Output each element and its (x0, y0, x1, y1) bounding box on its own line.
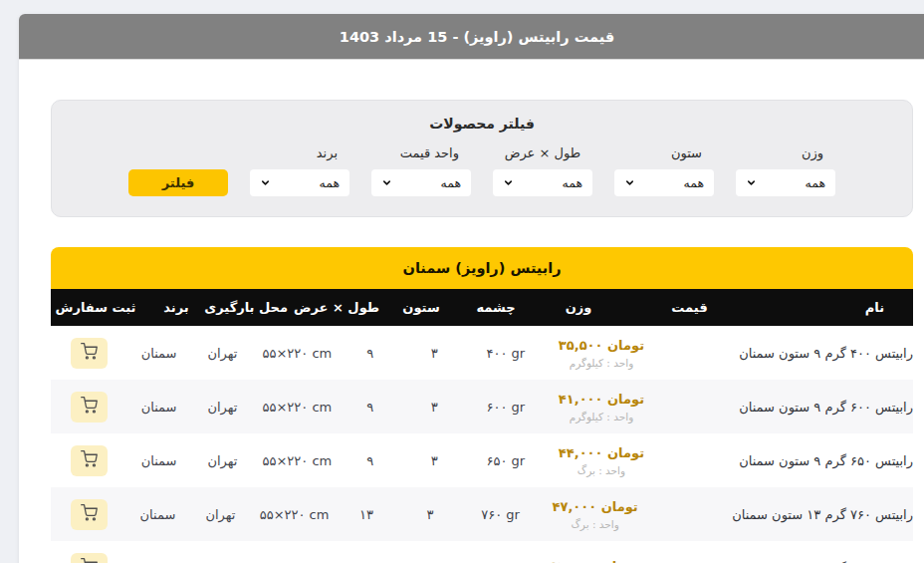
brand-value: سمنان (128, 400, 190, 415)
table-banner: رابیتس (راویز) سمنان (51, 247, 913, 289)
price-cell: ۳۵,۵۰۰ تومان واحد : کیلوگرم (544, 338, 659, 369)
filter-group-dimensions: طول × عرض همه (493, 145, 592, 196)
chevron-down-icon (503, 177, 514, 188)
table-row: رابیتس ۷۷۰ گرم ۱۱ ستون سمنان ۴۹,۰۰۰ توما… (51, 541, 913, 563)
column-header-mesh: چشمه (457, 300, 535, 315)
order-cell (51, 553, 127, 563)
price-value: ۴۷,۰۰۰ تومان (538, 499, 652, 514)
price-table: رابیتس (راویز) سمنان نام قیمت وزن چشمه س… (51, 247, 913, 563)
cart-icon (81, 450, 98, 470)
filter-group-price-unit: واحد قیمت همه (371, 145, 471, 196)
columns-value: ۹ (340, 453, 401, 468)
page-title: قیمت رابیتس (راویز) - 15 مرداد 1403 (340, 29, 614, 45)
dimensions-value: ۵۵×۲۲۰ cm (255, 346, 339, 361)
weight-value: ۶۰۰ gr (468, 400, 544, 415)
add-to-cart-button[interactable] (71, 445, 108, 476)
filter-label: طول × عرض (493, 145, 592, 169)
filter-label: وزن (736, 145, 835, 169)
price-value: ۴۴,۰۰۰ تومان (544, 445, 659, 460)
select-value: همه (562, 175, 582, 190)
loading-place-value: تهران (188, 507, 253, 522)
chevron-down-icon (624, 177, 635, 188)
price-cell: ۴۷,۰۰۰ تومان واحد : برگ (538, 499, 652, 530)
price-unit: واحد : کیلوگرم (544, 411, 659, 422)
price-unit-filter-select[interactable]: همه (371, 169, 471, 196)
filter-panel: فیلتر محصولات وزن همه ستون همه (51, 100, 913, 217)
column-header-name: نام (757, 300, 913, 315)
product-name: رابیتس ۶۰۰ گرم ۹ ستون سمنان (659, 400, 913, 415)
column-header-price: قیمت (622, 300, 757, 315)
table-header-row: نام قیمت وزن چشمه ستون طول × عرض محل بار… (51, 289, 913, 326)
product-name: رابیتس ۶۵۰ گرم ۹ ستون سمنان (659, 453, 913, 468)
order-cell (51, 499, 127, 530)
filter-label: واحد قیمت (371, 145, 471, 169)
column-header-columns: ستون (385, 300, 457, 315)
price-cell: ۴۱,۰۰۰ تومان واحد : کیلوگرم (544, 392, 659, 422)
add-to-cart-button[interactable] (71, 392, 108, 422)
loading-place-value: تهران (190, 346, 256, 361)
mesh-value: ۳ (401, 346, 468, 361)
columns-filter-select[interactable]: همه (614, 169, 714, 196)
column-header-weight: وزن (535, 300, 622, 315)
filter-label: برند (250, 145, 349, 169)
weight-value: ۷۶۰ gr (463, 507, 538, 522)
chevron-down-icon (746, 177, 757, 188)
filter-submit-button[interactable]: فیلتر (128, 169, 228, 196)
table-row: رابیتس ۶۰۰ گرم ۹ ستون سمنان ۴۱,۰۰۰ تومان… (51, 380, 913, 433)
product-name: رابیتس ۴۰۰ گرم ۹ ستون سمنان (659, 346, 913, 361)
price-value: ۴۹,۰۰۰ تومان (538, 559, 652, 563)
order-cell (51, 392, 128, 422)
dimensions-value: ۵۵×۲۲۰ cm (253, 507, 337, 522)
dimensions-value: ۵۵×۲۲۰ cm (255, 453, 339, 468)
main-card: قیمت رابیتس (راویز) - 15 مرداد 1403 فیلت… (19, 14, 924, 563)
price-value: ۳۵,۵۰۰ تومان (544, 338, 659, 353)
table-row: رابیتس ۷۶۰ گرم ۱۳ ستون سمنان ۴۷,۰۰۰ توما… (51, 487, 913, 541)
select-value: همه (319, 175, 340, 190)
column-header-dimensions: طول × عرض (288, 300, 385, 315)
dimensions-filter-select[interactable]: همه (493, 169, 592, 196)
price-value: ۴۱,۰۰۰ تومان (544, 392, 659, 407)
order-cell (51, 338, 128, 369)
select-value: همه (805, 175, 825, 190)
filter-group-weight: وزن همه (736, 145, 835, 196)
price-unit: واحد : برگ (544, 464, 659, 476)
mesh-value: ۳ (401, 453, 468, 468)
columns-value: ۹ (340, 400, 401, 415)
price-cell: ۴۴,۰۰۰ تومان واحد : برگ (544, 445, 659, 476)
brand-value: سمنان (128, 346, 190, 361)
page-titlebar: قیمت رابیتس (راویز) - 15 مرداد 1403 (19, 14, 924, 60)
loading-place-value: تهران (190, 400, 256, 415)
weight-filter-select[interactable]: همه (736, 169, 835, 196)
filter-group-columns: ستون همه (614, 145, 714, 196)
cart-icon (81, 504, 98, 524)
column-header-order: ثبت سفارش (51, 300, 140, 315)
column-header-loading-place: محل بارگیری (212, 300, 288, 315)
price-unit: واحد : برگ (538, 518, 652, 530)
add-to-cart-button[interactable] (71, 499, 108, 530)
product-name: رابیتس ۷۶۰ گرم ۱۳ ستون سمنان (652, 507, 913, 522)
column-header-brand: برند (140, 300, 212, 315)
add-to-cart-button[interactable] (71, 553, 108, 563)
weight-value: ۶۵۰ gr (468, 453, 544, 468)
brand-value: سمنان (128, 453, 190, 468)
loading-place-value: تهران (190, 453, 256, 468)
cart-icon (81, 343, 98, 363)
weight-value: ۴۰۰ gr (468, 346, 544, 361)
filter-label: ستون (614, 145, 714, 169)
select-value: همه (683, 175, 704, 190)
page-content: فیلتر محصولات وزن همه ستون همه (19, 60, 924, 563)
order-cell (51, 445, 128, 476)
dimensions-value: ۵۵×۲۲۰ cm (255, 400, 339, 415)
mesh-value: ۳ (397, 507, 463, 522)
filter-panel-title: فیلتر محصولات (52, 116, 912, 132)
add-to-cart-button[interactable] (71, 338, 108, 369)
columns-value: ۱۳ (336, 507, 396, 522)
table-row: رابیتس ۶۵۰ گرم ۹ ستون سمنان ۴۴,۰۰۰ تومان… (51, 433, 913, 487)
filter-row: وزن همه ستون همه (52, 145, 912, 196)
chevron-down-icon (381, 177, 392, 188)
mesh-value: ۳ (401, 400, 468, 415)
price-unit: واحد : کیلوگرم (544, 357, 659, 369)
brand-filter-select[interactable]: همه (250, 169, 349, 196)
brand-value: سمنان (127, 507, 188, 522)
price-cell: ۴۹,۰۰۰ تومان (538, 559, 652, 563)
